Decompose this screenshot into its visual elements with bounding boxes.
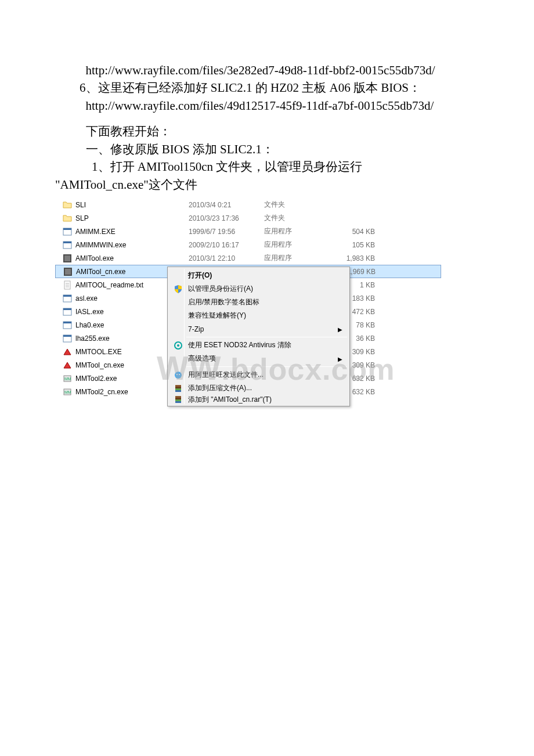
context-menu-item[interactable]: 高级选项▶ [169,352,348,365]
txt-icon [63,280,72,290]
file-type: 文件夹 [264,200,322,210]
mm2-icon: MM [63,374,72,383]
menu-item-label: 添加到 "AMITool_cn.rar"(T) [185,395,272,404]
svg-point-26 [175,372,182,379]
file-size: 1,983 KB [322,254,377,262]
context-menu-item[interactable]: 启用/禁用数字签名图标 [169,296,348,309]
svg-rect-13 [63,295,71,297]
doc-line-step1b: "AMITool_cn.exe"这个文件 [55,176,479,193]
svg-point-25 [177,344,179,347]
context-menu-item[interactable]: 用阿里旺旺发送此文件... [169,368,348,381]
doc-line-6: 6、这里还有已经添加好 SLIC2.1 的 HZ02 主板 A06 版本 BIO… [55,79,479,96]
context-menu-item[interactable]: 7-Zip▶ [169,322,348,336]
file-date: 2010/3/1 22:10 [189,254,264,262]
submenu-arrow-icon: ▶ [338,326,342,332]
context-menu[interactable]: 打开(O)以管理员身份运行(A)启用/禁用数字签名图标兼容性疑难解答(Y)7-Z… [167,267,350,406]
file-type: 文件夹 [264,213,322,223]
folder-icon [63,214,72,223]
file-name: AMIMMWIN.exe [75,241,189,249]
file-type: 应用程序 [264,240,322,250]
explorer-screenshot: SLI2010/3/4 0:21文件夹SLP2010/3/23 17:36文件夹… [55,198,441,398]
doc-line-sec1: 一、修改原版 BIOS 添加 SLIC2.1： [55,141,479,158]
svg-rect-1 [63,228,71,230]
svg-rect-3 [63,242,71,243]
menu-item-label: 7-Zip [185,325,204,333]
context-menu-item[interactable]: 添加到压缩文件(A)... [169,381,348,395]
file-type: 应用程序 [264,253,322,263]
menu-separator [186,337,347,337]
tool-icon [63,267,73,276]
svg-point-28 [179,374,180,375]
menu-item-label: 高级选项 [185,354,216,363]
svg-rect-5 [64,255,70,261]
rar-icon [171,395,185,404]
context-menu-item[interactable]: 打开(O) [169,269,348,282]
file-row[interactable]: AMITool.exe2010/3/1 22:10应用程序1,983 KB [55,251,441,265]
file-row[interactable]: SLI2010/3/4 0:21文件夹 [55,198,441,211]
app-icon [63,321,72,330]
svg-rect-34 [175,396,181,398]
file-name: AMIMM.EXE [75,228,189,236]
menu-item-label: 以管理员身份运行(A) [185,284,253,294]
svg-rect-36 [175,401,181,403]
file-row[interactable]: SLP2010/3/23 17:36文件夹 [55,211,441,225]
file-size: 504 KB [322,228,377,236]
rar-icon [171,384,185,393]
file-name: SLP [75,214,189,222]
doc-line-start: 下面教程开始： [55,123,479,140]
doc-line-url1: http://www.rayfile.com/files/3e282ed7-49… [55,62,479,79]
file-date: 2010/3/4 0:21 [189,201,264,209]
doc-line-step1a: 1、打开 AMITool150cn 文件夹，以管理员身份运行 [55,158,479,175]
shield-icon [171,285,185,294]
svg-rect-32 [175,390,181,392]
menu-item-label: 兼容性疑难解答(Y) [185,311,246,321]
file-size: 105 KB [322,241,377,249]
context-menu-item[interactable]: 兼容性疑难解答(Y) [169,309,348,322]
file-name: SLI [75,201,189,209]
menu-item-label: 打开(O) [185,271,212,280]
file-name: AMITool.exe [75,254,189,262]
file-date: 1999/6/7 19:56 [189,228,264,236]
submenu-arrow-icon: ▶ [338,355,342,362]
context-menu-item[interactable]: 添加到 "AMITool_cn.rar"(T) [169,395,348,404]
mm2-icon: MM [63,387,72,397]
app-icon [63,334,72,343]
app-icon [63,294,72,303]
tool-icon [63,254,72,263]
svg-rect-17 [63,322,71,323]
app-icon [63,227,72,236]
menu-item-label: 添加到压缩文件(A)... [185,383,252,393]
svg-rect-7 [65,269,71,275]
svg-point-27 [176,374,178,375]
context-menu-item[interactable]: 使用 ESET NOD32 Antivirus 清除 [169,339,348,352]
svg-rect-31 [175,388,181,390]
file-row[interactable]: AMIMM.EXE1999/6/7 19:56应用程序504 KB [55,225,441,238]
svg-rect-35 [175,399,181,401]
wangwang-icon [171,370,185,380]
context-menu-item[interactable]: 以管理员身份运行(A) [169,282,348,296]
folder-icon [63,200,72,210]
nod32-icon [171,341,185,350]
mm-icon [63,361,72,370]
app-icon [63,240,72,250]
menu-separator [186,366,347,367]
file-date: 2010/3/23 17:36 [189,214,264,222]
svg-rect-30 [175,385,181,387]
file-row[interactable]: AMIMMWIN.exe2009/2/10 16:17应用程序105 KB [55,238,441,251]
doc-line-url2: http://www.rayfile.com/files/49d12517-45… [55,97,479,114]
menu-item-label: 用阿里旺旺发送此文件... [185,370,264,380]
svg-text:MM: MM [64,390,71,394]
svg-rect-15 [63,308,71,310]
svg-text:MM: MM [64,377,71,381]
menu-item-label: 使用 ESET NOD32 Antivirus 清除 [185,340,291,350]
mm-icon [63,347,72,357]
file-type: 应用程序 [264,226,322,236]
svg-rect-19 [63,335,71,337]
app-icon [63,307,72,316]
file-date: 2009/2/10 16:17 [189,241,264,249]
menu-item-label: 启用/禁用数字签名图标 [185,297,259,307]
